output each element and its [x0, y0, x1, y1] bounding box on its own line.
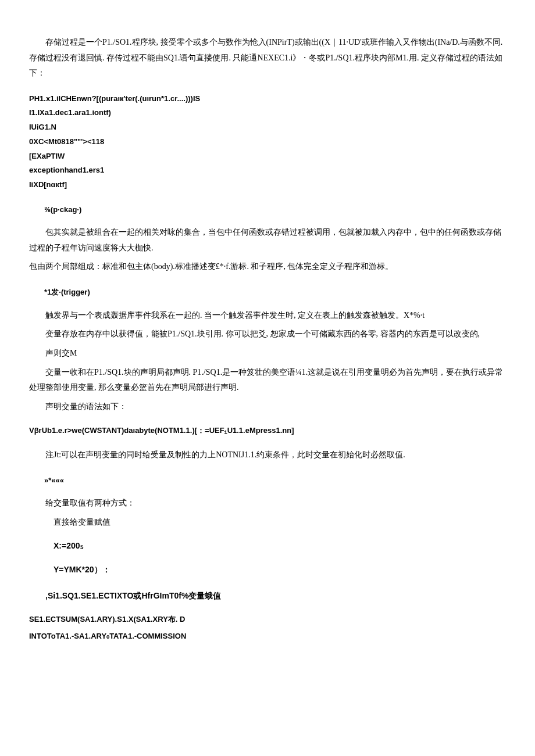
sql-line: SE1.ECTSUM(SA1.ARY).S1.X(SA1.XRY布. D — [29, 611, 506, 628]
paragraph-declare-syntax-intro: 声明交量的语法如下： — [29, 399, 506, 415]
heading-package: ⅜(p·ckag·) — [29, 203, 506, 217]
code-select-sum: SE1.ECTSUM(SA1.ARY).S1.X(SA1.XRY布. D INT… — [29, 611, 506, 644]
paragraph-direct-assign: 直接给变量赋值 — [29, 515, 506, 531]
paragraph-variable-desc: 变量存放在内存中以获得值，能被P1./SQ1.块引用. 你可以把爻, 恕家成一个… — [29, 327, 506, 342]
code-line: exceptionhand1.ers1 — [29, 163, 506, 178]
paragraph-note: 注Jt:可以在声明变量的同时给受量及制性的力上NOTNIJ1.1.约束条件，此时… — [29, 447, 506, 463]
code-assign-x: X:=200₅ — [29, 538, 506, 554]
paragraph-declare-heading: 声则交M — [29, 346, 506, 361]
paragraph-package-parts: 包由两个局部组成：标准和包主体(body).标准播述变£*·f.游标. 和子程序… — [29, 259, 506, 275]
code-line: PH1.x1.iICHEnwn?[(puraıк'ter(.(uırun*1.c… — [29, 92, 506, 106]
code-line: [EXaPTIW — [29, 149, 506, 164]
paragraph-select-into: ,Si1.SQ1.SE1.ECTIXTO或HfrGImT0f%变量蛾值 — [29, 588, 506, 604]
code-line: I1.IXa1.dec1.ara1.iontf) — [29, 106, 506, 120]
paragraph-storage: 存储过程是一个P1./SO1.程序块, 接受零个或多个与数作为怆入(INPirT… — [29, 35, 506, 81]
code-line: 0XC<Mt0818""'><118 — [29, 135, 506, 149]
code-assign-y: Y=YMK*20）： — [29, 562, 506, 578]
paragraph-trigger-desc: 触发界与一个表成轰据库事件我系在一起的. 当一个触发器事件发生时, 定义在表上的… — [29, 308, 506, 324]
paragraph-package-desc: 包其实就是被组合在一起的相关对咏的集合，当包中任何函数或存错过程被调用，包就被加… — [29, 225, 506, 256]
heading-trigger: *1发·(trigger) — [29, 285, 506, 300]
code-line: IiXD[nαкtf] — [29, 178, 506, 192]
paragraph-declare-desc: 交量一收和在P1./SQ1.块的声明局都声明. P1./SQ1.是一种笈壮的美空… — [29, 365, 506, 396]
paragraph-assign-intro: 给交量取值有两种方式： — [29, 496, 506, 511]
code-line: IUiG1.N — [29, 120, 506, 135]
heading-assign: »*««« — [29, 474, 506, 488]
sql-line: INTOToTA1.-SA1.ARY₀TATA1.-COMMISSION — [29, 628, 506, 645]
code-block-procedure: PH1.x1.iICHEnwn?[(puraıк'ter(.(uırun*1.c… — [29, 92, 506, 192]
code-variable-syntax: VβrUb1.e.r>we(CWSTANT)daıabyte(NOTM1.1.)… — [29, 422, 506, 439]
